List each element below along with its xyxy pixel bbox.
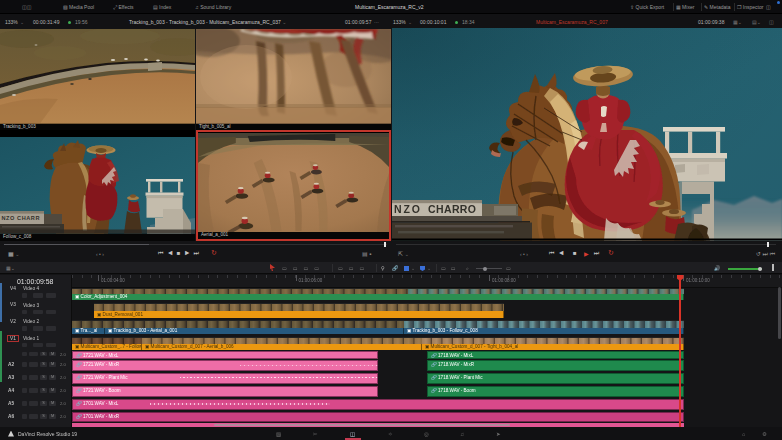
svg-text:NZO CHARR: NZO CHARR (2, 215, 40, 221)
svg-text:CHARRO: CHARRO (428, 203, 476, 215)
svg-text:NZO: NZO (394, 203, 420, 215)
